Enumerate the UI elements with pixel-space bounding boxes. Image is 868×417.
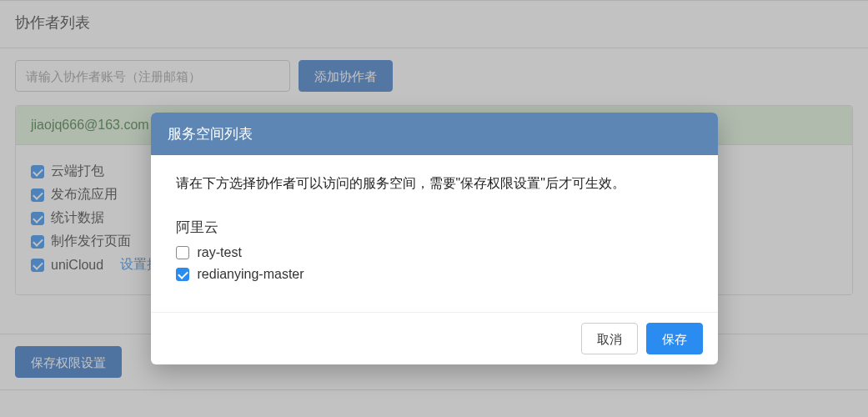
service-space-modal: 服务空间列表 请在下方选择协作者可以访问的服务空间，需要"保存权限设置"后才可生… xyxy=(151,113,718,364)
space-name: ray-test xyxy=(198,245,242,260)
space-name: redianying-master xyxy=(198,267,304,282)
modal-title: 服务空间列表 xyxy=(151,113,718,155)
space-item-redianying-master[interactable]: redianying-master xyxy=(176,267,693,282)
modal-body: 请在下方选择协作者可以访问的服务空间，需要"保存权限设置"后才可生效。 阿里云 … xyxy=(151,155,718,312)
cancel-button[interactable]: 取消 xyxy=(581,323,638,354)
save-button[interactable]: 保存 xyxy=(646,323,703,354)
modal-description: 请在下方选择协作者可以访问的服务空间，需要"保存权限设置"后才可生效。 xyxy=(176,175,693,193)
checkbox-icon[interactable] xyxy=(176,246,189,259)
provider-name: 阿里云 xyxy=(176,218,693,237)
modal-overlay[interactable]: 服务空间列表 请在下方选择协作者可以访问的服务空间，需要"保存权限设置"后才可生… xyxy=(0,0,868,417)
space-item-ray-test[interactable]: ray-test xyxy=(176,245,693,260)
checkbox-icon[interactable] xyxy=(176,268,189,281)
modal-footer: 取消 保存 xyxy=(151,312,718,364)
